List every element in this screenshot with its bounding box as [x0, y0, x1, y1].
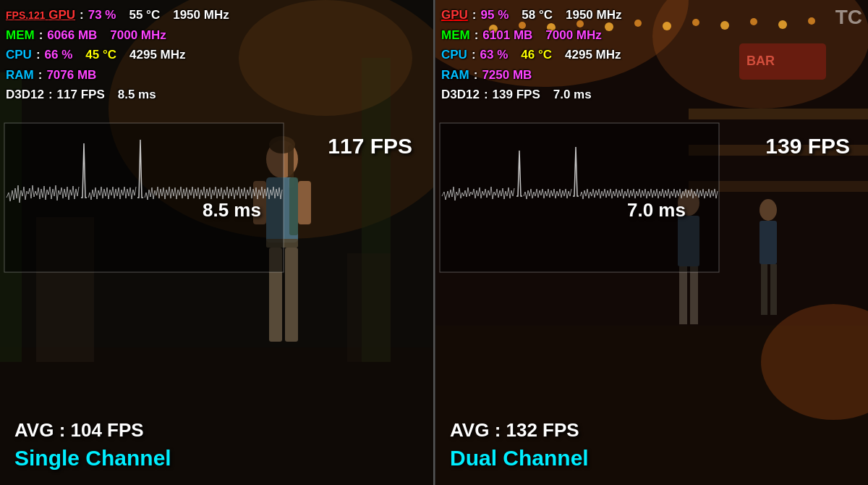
right-fps-large: 139 FPS — [765, 134, 850, 159]
right-gpu-value: 95 % — [481, 6, 509, 25]
left-ram-line: RAM : 7076 MB — [6, 66, 229, 85]
svg-point-33 — [808, 17, 815, 25]
right-d3d-line: D3D12 : 139 FPS 7.0 ms — [441, 85, 621, 104]
left-panel: FPS.121 GPU : 73 % 55 °C 1950 MHz MEM : … — [0, 0, 434, 485]
left-panel-label: Single Channel — [14, 446, 171, 471]
right-ram-colon: : — [474, 66, 478, 85]
right-ram-line: RAM : 7250 MB — [441, 66, 621, 85]
right-gpu-temp: 58 °C — [522, 6, 553, 25]
left-gpu-colon: : — [80, 6, 84, 25]
svg-point-30 — [720, 21, 729, 30]
svg-point-5 — [239, 0, 412, 116]
right-panel-label: Dual Channel — [450, 446, 589, 471]
left-fps-large: 117 FPS — [328, 134, 412, 159]
left-d3d-label: D3D12 — [6, 85, 44, 104]
svg-rect-12 — [289, 177, 298, 235]
left-mem-value: 6066 MB — [47, 26, 97, 45]
right-mem-colon: : — [475, 26, 479, 45]
right-hud: GPU : 95 % 58 °C 1950 MHz MEM : 6101 MB … — [441, 6, 621, 106]
svg-rect-45 — [760, 221, 777, 264]
left-gpu-text: GPU — [48, 8, 75, 22]
right-ram-label: RAM — [441, 66, 469, 85]
left-ram-colon: : — [38, 66, 43, 85]
right-mem-value: 6101 MB — [482, 26, 532, 45]
left-ram-label: RAM — [6, 66, 34, 85]
svg-rect-7 — [347, 253, 391, 362]
left-gpu-clock: 1950 MHz — [173, 6, 229, 25]
svg-point-31 — [750, 18, 757, 25]
panel-divider — [433, 0, 435, 485]
svg-point-32 — [778, 20, 787, 29]
svg-rect-14 — [298, 181, 311, 224]
right-mem-label: MEM — [441, 26, 470, 45]
left-cpu-clock: 4295 MHz — [129, 46, 185, 64]
right-mem-clock: 7000 MHz — [545, 26, 601, 45]
svg-point-44 — [760, 199, 777, 221]
right-waveform — [438, 122, 720, 274]
left-cpu-line: CPU : 66 % 45 °C 4295 MHz — [6, 46, 229, 64]
right-mem-line: MEM : 6101 MB 7000 MHz — [441, 26, 621, 45]
left-d3d-line: D3D12 : 117 FPS 8.5 ms — [6, 85, 229, 104]
left-mem-clock: 7000 MHz — [110, 26, 166, 45]
right-d3d-ms: 7.0 ms — [553, 85, 592, 104]
right-d3d-colon: : — [484, 85, 488, 104]
right-cpu-clock: 4295 MHz — [565, 46, 621, 64]
right-cpu-colon: : — [472, 46, 476, 64]
svg-rect-17 — [285, 248, 298, 342]
right-d3d-label: D3D12 — [441, 85, 480, 104]
svg-rect-35 — [689, 109, 868, 119]
left-mem-label: MEM — [6, 26, 35, 45]
left-mem-line: MEM : 6066 MB 7000 MHz — [6, 26, 229, 45]
svg-rect-46 — [761, 264, 767, 315]
left-avg: AVG : 104 FPS — [14, 419, 144, 442]
svg-rect-47 — [770, 264, 777, 315]
left-d3d-colon: : — [48, 85, 53, 104]
right-cpu-line: CPU : 63 % 46 °C 4295 MHz — [441, 46, 621, 64]
right-cpu-temp: 46 °C — [521, 46, 552, 64]
left-cpu-colon: : — [36, 46, 41, 64]
right-gpu-colon: : — [472, 6, 477, 25]
main-container: FPS.121 GPU : 73 % 55 °C 1950 MHz MEM : … — [0, 0, 868, 485]
left-cpu-value: 66 % — [45, 46, 73, 64]
svg-rect-42 — [679, 266, 687, 324]
svg-point-29 — [692, 19, 699, 26]
left-d3d-fps: 117 FPS — [57, 85, 105, 104]
svg-point-27 — [634, 20, 642, 27]
svg-rect-49 — [440, 123, 719, 272]
right-gpu-line: GPU : 95 % 58 °C 1950 MHz — [441, 6, 621, 25]
left-hud: FPS.121 GPU : 73 % 55 °C 1950 MHz MEM : … — [6, 6, 229, 106]
left-waveform — [3, 122, 285, 274]
right-d3d-fps: 139 FPS — [493, 85, 540, 104]
left-ms-large: 8.5 ms — [203, 199, 261, 222]
left-gpu-line: FPS.121 GPU : 73 % 55 °C 1950 MHz — [6, 6, 229, 25]
svg-rect-43 — [690, 266, 698, 324]
left-fps-counter: FPS.121 — [6, 9, 45, 21]
svg-point-28 — [663, 22, 671, 30]
left-gpu-temp: 55 °C — [129, 6, 160, 25]
left-cpu-temp: 45 °C — [85, 46, 116, 64]
right-cpu-label: CPU — [441, 46, 467, 64]
right-gpu-label: GPU — [441, 6, 468, 25]
right-avg: AVG : 132 FPS — [450, 419, 579, 442]
left-mem-colon: : — [39, 26, 43, 45]
tc-logo: TC — [835, 6, 862, 29]
right-cpu-value: 63 % — [480, 46, 509, 64]
left-gpu-value: 73 % — [88, 6, 116, 25]
right-ram-value: 7250 MB — [482, 66, 532, 85]
left-cpu-label: CPU — [6, 46, 32, 64]
svg-text:BAR: BAR — [746, 54, 775, 68]
left-ram-value: 7076 MB — [46, 66, 96, 85]
left-d3d-ms: 8.5 ms — [118, 85, 156, 104]
right-ms-large: 7.0 ms — [627, 199, 686, 222]
right-gpu-clock: 1950 MHz — [566, 6, 621, 25]
right-panel: BAR TC GPU : 95 % 58 °C 195 — [434, 0, 868, 485]
left-gpu-label: FPS.121 GPU — [6, 6, 75, 25]
